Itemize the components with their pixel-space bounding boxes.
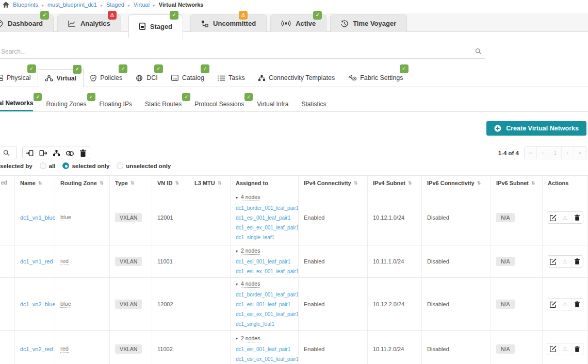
tab-fabric-settings[interactable]: Fabric Settings ✓	[341, 69, 410, 87]
breadcrumb-blueprint-name[interactable]: must_blueprint_dc1	[47, 2, 97, 8]
header-vn-id[interactable]: VN ID⇅	[152, 176, 189, 190]
filter-option-all[interactable]: all	[40, 162, 56, 169]
node-link[interactable]: dc1_esi_ex_001_leaf_pair1	[236, 269, 299, 274]
header-routing-zone[interactable]: Routing Zone⇅	[55, 176, 110, 190]
radio-unselected-icon[interactable]	[40, 162, 46, 169]
tab-protocol-sessions[interactable]: Protocol Sessions ✓	[194, 96, 244, 111]
search-icon[interactable]	[475, 48, 482, 55]
home-icon[interactable]	[3, 2, 9, 8]
warning-button[interactable]: ⚠	[559, 299, 570, 310]
node-link[interactable]: dc1_esi_001_leaf_pair1	[236, 302, 290, 307]
tab-staged[interactable]: Staged ✓	[128, 14, 183, 38]
breadcrumb-staged[interactable]: Staged	[106, 2, 124, 8]
tab-physical[interactable]: Physical ✓	[0, 69, 38, 87]
delete-row-button[interactable]	[571, 343, 583, 355]
edit-button[interactable]	[547, 256, 559, 267]
link-icon[interactable]	[63, 146, 76, 160]
nodes-expander[interactable]: ▾4 nodes	[236, 194, 260, 201]
warning-button[interactable]: ⚠	[559, 212, 570, 223]
delete-icon[interactable]	[76, 146, 90, 160]
sort-icon[interactable]: ⇅	[354, 180, 358, 186]
edit-button[interactable]	[547, 299, 559, 310]
breadcrumb-virtual[interactable]: Virtual	[134, 2, 150, 8]
assign-to-nodes-icon[interactable]	[23, 146, 36, 160]
nodes-expander[interactable]: ▾2 nodes	[236, 247, 260, 255]
edit-button[interactable]	[547, 212, 559, 223]
header-ipv6-subnet[interactable]: IPv6 Subnet⇅	[491, 176, 543, 190]
vn-name-link[interactable]: dc1_vn2_blue	[20, 301, 55, 307]
header-ipv4-connectivity[interactable]: IPv4 Connectivity⇅	[299, 176, 368, 190]
radio-unselected-icon[interactable]	[117, 162, 123, 169]
node-link[interactable]: dc1_single_leaf1	[236, 321, 274, 327]
tab-virtual-networks[interactable]: Virtual Networks ✓	[0, 96, 33, 111]
delete-row-button[interactable]	[571, 212, 583, 223]
filter-option-selected-only[interactable]: selected only	[62, 162, 109, 169]
nodes-expander[interactable]: ▾2 nodes	[236, 335, 260, 342]
tab-dci[interactable]: DCI ✓	[129, 69, 165, 87]
table-search-button[interactable]	[0, 146, 17, 159]
routing-zone-link[interactable]: blue	[60, 301, 71, 308]
header-type[interactable]: Type⇅	[110, 176, 152, 190]
tab-catalog[interactable]: Catalog ✓	[165, 69, 211, 87]
vn-name-link[interactable]: dc1_vn1_red	[20, 258, 53, 264]
sort-icon[interactable]: ⇅	[130, 180, 135, 186]
tab-virtual[interactable]: Virtual ✓	[38, 69, 84, 87]
node-link[interactable]: dc1_esi_ex_001_leaf_pair1	[236, 225, 299, 230]
topology-icon[interactable]	[50, 146, 63, 160]
tab-uncommitted[interactable]: Uncommitted ⚠	[190, 14, 267, 32]
tab-floating-ips[interactable]: Floating IPs	[100, 96, 132, 111]
node-link[interactable]: dc1_esi_ex_001_leaf_pair1	[236, 311, 299, 317]
tab-virtual-infra[interactable]: Virtual Infra	[257, 96, 288, 111]
node-link[interactable]: dc1_border_001_leaf_pair1	[236, 292, 299, 297]
breadcrumb-blueprints[interactable]: Blueprints	[13, 2, 38, 8]
tab-analytics[interactable]: Analytics ⚠	[57, 14, 121, 32]
header-ipv4-subnet[interactable]: IPv4 Subnet⇅	[368, 176, 422, 190]
page-number-button[interactable]: 1	[549, 147, 561, 159]
first-page-button[interactable]: «	[525, 147, 536, 159]
tab-active[interactable]: Active ✓	[270, 14, 326, 32]
tab-time-voyager[interactable]: Time Voyager	[330, 14, 407, 32]
tab-connectivity-templates[interactable]: Connectivity Templates	[252, 69, 341, 87]
edit-button[interactable]	[547, 343, 559, 355]
tab-tasks[interactable]: Tasks	[211, 69, 252, 87]
routing-zone-link[interactable]: red	[60, 258, 69, 265]
sort-icon[interactable]: ⇅	[408, 180, 412, 186]
next-page-button[interactable]: ›	[561, 147, 574, 159]
sort-icon[interactable]: ⇅	[531, 180, 535, 186]
sort-icon[interactable]: ⇅	[38, 180, 42, 186]
node-link[interactable]: dc1_single_leaf1	[236, 235, 274, 240]
tab-policies[interactable]: Policies ✓	[84, 69, 129, 87]
filter-option-unselected-only[interactable]: unselected only	[117, 162, 171, 169]
search-input[interactable]	[0, 47, 475, 56]
node-link[interactable]: dc1_esi_ex_001_leaf_pair1	[236, 356, 299, 362]
sort-icon[interactable]: ⇅	[100, 180, 104, 186]
create-virtual-networks-button[interactable]: Create Virtual Networks	[486, 121, 586, 136]
header-l3-mtu[interactable]: L3 MTU⇅	[189, 176, 231, 190]
header-ipv6-connectivity[interactable]: IPv6 Connectivity⇅	[422, 176, 491, 190]
prev-page-button[interactable]: ‹	[536, 147, 549, 159]
radio-selected-icon[interactable]	[62, 162, 69, 169]
nodes-expander[interactable]: ▾4 nodes	[236, 280, 260, 288]
node-link[interactable]: dc1_esi_001_leaf_pair1	[236, 346, 290, 352]
warning-button[interactable]: ⚠	[559, 343, 570, 355]
sort-icon[interactable]: ⇅	[477, 180, 481, 186]
tab-statistics[interactable]: Statistics	[301, 96, 326, 111]
node-link[interactable]: dc1_esi_001_leaf_pair1	[236, 259, 290, 264]
sort-icon[interactable]: ⇅	[218, 180, 222, 186]
header-name[interactable]: Name⇅	[15, 176, 55, 190]
sort-icon[interactable]: ⇅	[175, 180, 179, 186]
unassign-from-nodes-icon[interactable]	[36, 146, 50, 160]
delete-row-button[interactable]	[571, 256, 583, 267]
last-page-button[interactable]: »	[574, 147, 586, 159]
tab-dashboard[interactable]: Dashboard ✓	[0, 14, 54, 32]
routing-zone-link[interactable]: red	[60, 345, 69, 353]
tab-static-routes[interactable]: Static Routes ✓	[145, 96, 182, 111]
vn-name-link[interactable]: dc1_vn1_blue	[20, 214, 55, 221]
warning-button[interactable]: ⚠	[559, 256, 570, 267]
node-link[interactable]: dc1_esi_001_leaf_pair1	[236, 215, 290, 221]
delete-row-button[interactable]	[571, 299, 583, 310]
routing-zone-link[interactable]: blue	[60, 214, 71, 221]
tab-routing-zones[interactable]: Routing Zones ✓	[46, 96, 86, 111]
vn-name-link[interactable]: dc1_vn2_red	[20, 346, 53, 352]
node-link[interactable]: dc1_border_001_leaf_pair1	[236, 205, 299, 211]
